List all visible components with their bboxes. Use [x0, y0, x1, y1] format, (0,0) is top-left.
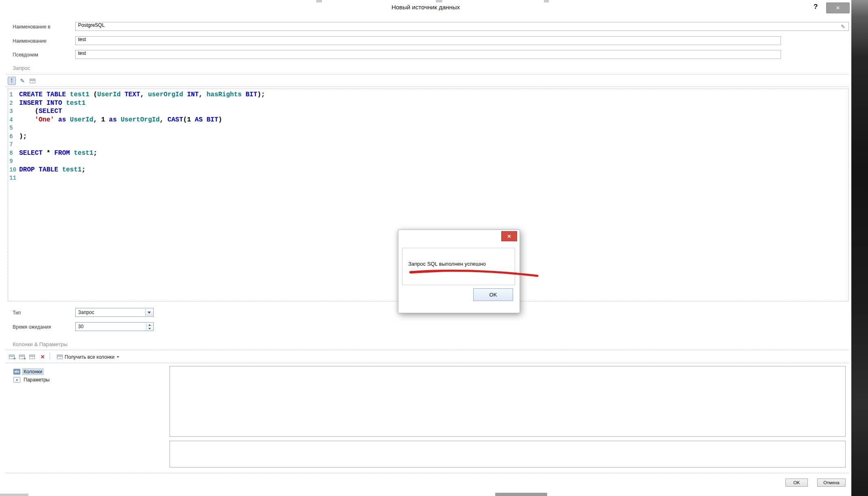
ok-button-label: OK	[794, 480, 800, 485]
columns-list-panel[interactable]	[170, 366, 846, 437]
code-line[interactable]: 3 (SELECT	[8, 107, 848, 116]
close-icon: ✕	[836, 5, 840, 11]
background-artifact	[495, 493, 547, 496]
add-parameter-icon	[29, 355, 35, 359]
chevron-down-icon	[145, 309, 153, 316]
alias-field[interactable]: test	[75, 50, 781, 59]
background-artifact	[0, 494, 28, 496]
code-line[interactable]: 10DROP TABLE test1;	[8, 166, 848, 174]
chevron-down-icon	[117, 356, 119, 358]
timeout-label: Время ожидания	[13, 324, 51, 330]
dialog-close-button[interactable]: ✕	[826, 2, 850, 13]
code-line[interactable]: 2INSERT INTO test1	[8, 99, 848, 108]
name-value: test	[78, 37, 86, 42]
tree-item-columns[interactable]: abc Колонки	[13, 368, 44, 375]
name-in-field[interactable]: PostgreSQL	[75, 22, 849, 31]
code-line[interactable]: 11	[8, 174, 848, 182]
name-field[interactable]: test	[75, 36, 781, 45]
add-parameter-button[interactable]	[28, 353, 36, 361]
type-dropdown[interactable]: Запрос	[75, 308, 154, 317]
spin-up-icon[interactable]	[146, 323, 153, 327]
messagebox-ok-label: OK	[489, 292, 497, 298]
line-number: 6	[9, 132, 13, 141]
table-view-icon	[30, 79, 35, 83]
background-artifact	[316, 0, 322, 2]
get-all-columns-label: Получить все колонки	[65, 354, 115, 360]
separator	[6, 74, 849, 75]
separator	[6, 87, 849, 87]
alias-label: Псевдоним	[13, 52, 38, 58]
add-calc-column-icon: +	[19, 355, 25, 359]
line-number: 3	[9, 107, 13, 116]
view-query-button[interactable]	[28, 77, 37, 85]
edit-query-button[interactable]: ✎	[18, 77, 26, 85]
line-number: 10	[9, 166, 16, 174]
name-label: Наименование	[13, 38, 46, 44]
delete-icon: ✕	[41, 354, 45, 360]
code-line[interactable]: 8SELECT * FROM test1;	[8, 149, 848, 158]
separator	[6, 473, 849, 473]
message-text: Запрос SQL выполнен успешно	[408, 261, 486, 267]
edit-pencil-icon[interactable]: ✎	[841, 24, 845, 30]
name-in-value: PostgreSQL	[78, 22, 104, 28]
get-all-columns-button[interactable]: Получить все колонки	[54, 352, 122, 362]
add-column-icon: +	[9, 355, 15, 359]
code-line[interactable]: 5	[8, 124, 848, 132]
line-number: 2	[9, 99, 13, 108]
run-icon: !	[11, 78, 13, 84]
code-line[interactable]: 7	[8, 141, 848, 149]
tree-item-label: Параметры	[22, 377, 51, 383]
toolbar-separator	[50, 353, 50, 360]
code-line[interactable]: 6);	[8, 132, 848, 141]
line-number: 7	[9, 141, 13, 149]
background-artifact	[544, 0, 549, 2]
tree-item-label: Колонки	[22, 368, 44, 375]
line-number: 9	[9, 157, 13, 166]
description-panel[interactable]	[170, 441, 846, 468]
desktop-edge	[851, 0, 868, 496]
line-number: 5	[9, 124, 13, 132]
add-calc-column-button[interactable]: +	[18, 353, 26, 361]
columns-icon: abc	[13, 369, 20, 375]
new-datasource-dialog-screen: Новый источник данных ? ✕ Наименование в…	[0, 0, 868, 496]
close-icon: ✕	[507, 234, 511, 239]
alias-value: test	[78, 50, 86, 56]
edit-icon: ✎	[20, 78, 25, 84]
sql-editor-lines: 1CREATE TABLE test1 (UserId TEXT, userOr…	[8, 91, 848, 182]
code-line[interactable]: 9	[8, 157, 848, 166]
ok-button[interactable]: OK	[785, 479, 808, 487]
cancel-button-label: Отмена	[823, 480, 839, 485]
cancel-button[interactable]: Отмена	[817, 479, 846, 487]
columns-section-header: Колонки & Параметры	[13, 341, 67, 347]
line-number: 1	[9, 91, 13, 99]
line-number: 11	[9, 174, 16, 182]
delete-item-button[interactable]: ✕	[39, 353, 47, 361]
line-number: 8	[9, 149, 13, 158]
spinner-buttons[interactable]	[146, 323, 153, 330]
messagebox-close-button[interactable]: ✕	[501, 231, 517, 241]
query-section-header: Запрос	[13, 65, 30, 71]
messagebox-ok-button[interactable]: OK	[473, 288, 513, 301]
timeout-value: 30	[78, 324, 83, 329]
sql-success-messagebox: ✕ Запрос SQL выполнен успешно OK	[398, 230, 520, 313]
separator	[6, 363, 849, 363]
background-artifact	[436, 0, 442, 2]
type-dropdown-value: Запрос	[78, 310, 94, 315]
add-column-button[interactable]: +	[8, 353, 16, 361]
name-in-label: Наименование в	[13, 24, 50, 30]
timeout-stepper[interactable]: 30	[75, 322, 154, 331]
run-query-button[interactable]: !	[8, 77, 16, 85]
table-icon	[57, 355, 63, 359]
spin-down-icon[interactable]	[146, 327, 153, 330]
code-line[interactable]: 1CREATE TABLE test1 (UserId TEXT, userOr…	[8, 91, 848, 99]
type-label: Тип	[13, 310, 21, 316]
separator	[6, 350, 849, 350]
line-number: 4	[9, 116, 13, 124]
help-icon[interactable]: ?	[814, 3, 818, 11]
parameters-icon: x	[13, 377, 20, 383]
dialog-title: Новый источник данных	[0, 4, 851, 11]
tree-item-parameters[interactable]: x Параметры	[13, 376, 51, 383]
code-line[interactable]: 4 'One' as UserId, 1 as UsertOrgId, CAST…	[8, 116, 848, 124]
